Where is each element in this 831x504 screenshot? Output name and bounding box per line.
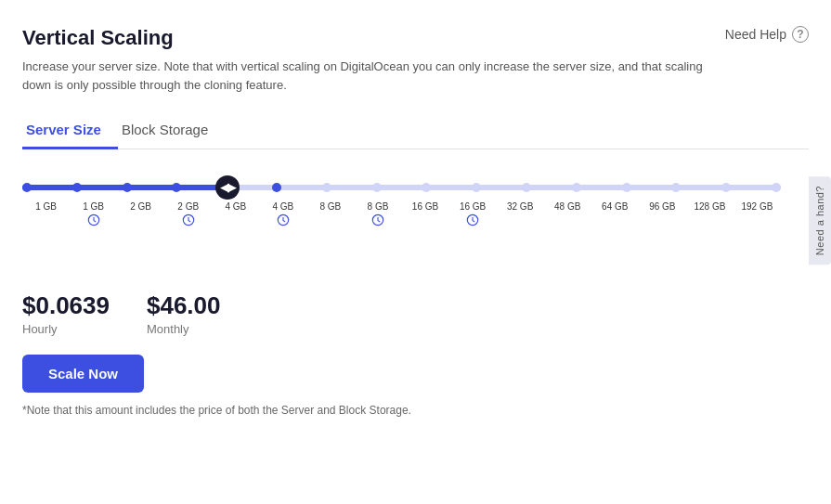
slider-label-gb: 128 GB: [694, 201, 725, 212]
clock-icon: [466, 213, 479, 226]
slider-dot: [622, 183, 631, 192]
slider-label-gb: 1 GB: [35, 201, 57, 212]
slider-label-item: 96 GB: [639, 201, 686, 226]
slider-label-item: 4 GB: [212, 201, 259, 226]
slider-dots: [22, 182, 781, 192]
page-title: Vertical Scaling: [22, 26, 174, 50]
slider-label-gb: 48 GB: [554, 201, 580, 212]
slider-label-item: 2 GB: [164, 201, 212, 226]
need-help-label: Need Help: [725, 27, 786, 42]
slider-label-item: 4 GB: [259, 201, 306, 226]
slider-dot: [322, 183, 331, 192]
slider-section: ◀▶ 1 GB 1 GB 2 GB: [22, 175, 809, 264]
slider-label-item: 8 GB: [306, 201, 354, 226]
slider-dot: [721, 183, 731, 192]
slider-label-gb: 96 GB: [649, 201, 675, 212]
slider-label-gb: 2 GB: [177, 201, 199, 212]
slider-label-gb: 16 GB: [460, 201, 486, 212]
monthly-price-block: $46.00 Monthly: [147, 291, 221, 336]
tabs-container: Server Size Block Storage: [22, 112, 809, 149]
pricing-row: $0.0639 Hourly $46.00 Monthly: [22, 291, 809, 336]
slider-track[interactable]: ◀▶: [22, 185, 781, 190]
clock-icon: [87, 213, 100, 226]
help-icon: ?: [792, 26, 809, 43]
side-help-tab[interactable]: Need a hand?: [809, 176, 831, 265]
clock-icon: [371, 213, 384, 226]
slider-label-gb: 16 GB: [412, 201, 438, 212]
slider-label-item: 8 GB: [354, 201, 401, 226]
slider-label-item: 128 GB: [686, 201, 734, 226]
slider-label-item: 16 GB: [402, 201, 449, 226]
slider-label-gb: 1 GB: [83, 201, 104, 212]
slider-label-item: 1 GB: [70, 201, 117, 226]
slider-label-gb: 64 GB: [602, 201, 628, 212]
need-help-link[interactable]: Need Help ?: [725, 26, 809, 43]
slider-thumb-arrows: ◀▶: [220, 180, 235, 194]
slider-label-item: 32 GB: [497, 201, 544, 226]
slider-label-item: 1 GB: [22, 201, 70, 226]
slider-labels: 1 GB 1 GB 2 GB 2 GB: [22, 201, 781, 226]
slider-label-gb: 8 GB: [320, 201, 342, 212]
slider-label-gb: 192 GB: [742, 201, 773, 212]
tab-block-storage[interactable]: Block Storage: [118, 112, 225, 149]
slider-dot: [422, 183, 431, 192]
slider-label-item: 64 GB: [591, 201, 639, 226]
clock-icon: [277, 213, 290, 226]
slider-dot: [123, 183, 132, 192]
slider-label-item: 48 GB: [544, 201, 591, 226]
slider-dot: [772, 183, 781, 192]
hourly-price-block: $0.0639 Hourly: [22, 291, 110, 336]
slider-thumb[interactable]: ◀▶: [215, 175, 240, 200]
page-description: Increase your server size. Note that wit…: [22, 58, 719, 94]
slider-label-item: 2 GB: [117, 201, 164, 226]
slider-dot: [671, 183, 681, 192]
slider-label-gb: 32 GB: [507, 201, 533, 212]
slider-dot: [22, 183, 32, 192]
scale-now-button[interactable]: Scale Now: [22, 355, 144, 393]
slider-label-item: 192 GB: [734, 201, 781, 226]
slider-dot: [472, 183, 481, 192]
slider-dot: [572, 183, 581, 192]
slider-label-gb: 8 GB: [368, 201, 389, 212]
slider-dot: [372, 183, 382, 192]
slider-label-gb: 4 GB: [225, 201, 246, 212]
clock-icon: [182, 213, 195, 226]
slider-label-gb: 2 GB: [130, 201, 151, 212]
footnote: *Note that this amount includes the pric…: [22, 404, 809, 417]
slider-dot: [172, 183, 181, 192]
hourly-price-amount: $0.0639: [22, 291, 110, 320]
slider-dot: [522, 183, 531, 192]
monthly-price-amount: $46.00: [147, 291, 221, 320]
slider-label-item: 16 GB: [449, 201, 497, 226]
tab-server-size[interactable]: Server Size: [22, 112, 118, 149]
hourly-price-label: Hourly: [22, 322, 110, 336]
slider-dot: [272, 183, 281, 192]
slider-label-gb: 4 GB: [272, 201, 293, 212]
monthly-price-label: Monthly: [147, 322, 221, 336]
slider-dot: [72, 183, 82, 192]
